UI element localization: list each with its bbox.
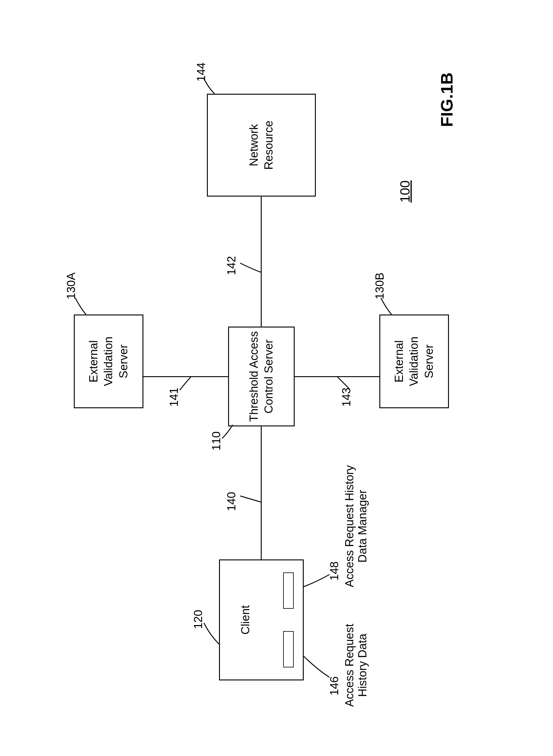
leader-146 [301, 650, 334, 680]
leader-142 [237, 257, 264, 275]
ref-link-140: 140 [225, 492, 238, 511]
leader-130a [72, 293, 90, 318]
ext-val-b-label: External Validation Server [392, 337, 437, 386]
history-data-label: Access Request History Data [343, 614, 369, 717]
data-manager-label: Access Request History Data Manager [343, 453, 369, 599]
leader-130b [378, 293, 396, 318]
network-resource-box: Network Resource [207, 94, 316, 196]
leader-141 [177, 372, 195, 393]
tacs-label: Threshold Access Control Server [247, 331, 276, 422]
ext-val-a-label: External Validation Server [86, 337, 131, 386]
client-box: Client [219, 560, 304, 680]
leader-120 [201, 614, 225, 650]
figure-label: FIG.1B [437, 73, 457, 127]
ext-val-a-box: External Validation Server [74, 315, 143, 408]
tacs-box: Threshold Access Control Server [228, 327, 295, 426]
leader-140 [237, 487, 264, 505]
ext-val-b-box: External Validation Server [379, 315, 449, 408]
client-label: Client [238, 560, 253, 679]
leader-144 [201, 73, 219, 97]
data-manager-box [283, 573, 294, 609]
leader-143 [334, 370, 352, 392]
history-data-box [283, 631, 294, 667]
network-resource-label: Network Resource [247, 121, 276, 170]
leader-110 [219, 417, 237, 441]
ref-link-142: 142 [225, 256, 238, 275]
system-ref: 100 [397, 180, 413, 202]
leader-148 [301, 566, 334, 590]
